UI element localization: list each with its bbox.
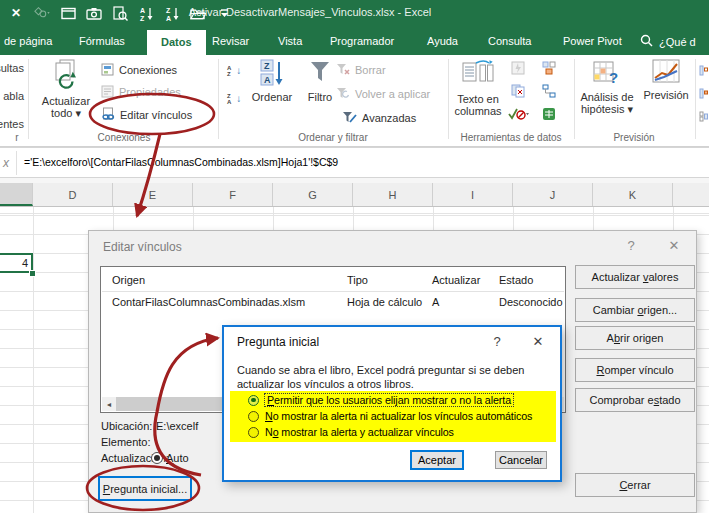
help-icon[interactable]: ? <box>622 238 640 253</box>
option-no-alert-update[interactable]: No mostrar la alerta y actualizar víncul… <box>248 426 454 438</box>
auto-update-radio[interactable] <box>151 452 163 464</box>
remove-duplicates-icon[interactable] <box>511 84 525 102</box>
tab-revisar[interactable]: Revisar <box>212 35 249 47</box>
check-status-button[interactable]: Comprobar estado <box>575 388 695 412</box>
close-icon[interactable]: ✕ <box>665 238 683 253</box>
filter-button[interactable]: Filtro <box>300 59 340 103</box>
consolidate-icon[interactable] <box>542 61 556 79</box>
tab-consulta[interactable]: Consulta <box>488 35 531 47</box>
clear-filter-button[interactable]: Borrar <box>336 62 386 78</box>
link-row-actualizar[interactable]: A <box>432 296 439 308</box>
edit-links-button[interactable]: Editar vínculos <box>101 107 192 123</box>
radio-icon[interactable] <box>248 411 259 422</box>
tab-power-pivot[interactable]: Power Pivot <box>563 35 622 47</box>
radio-icon[interactable] <box>248 427 259 438</box>
update-values-button[interactable]: Actualizar valores <box>575 265 695 289</box>
tab-diseno-de-pagina[interactable]: de página <box>4 35 52 47</box>
svg-text:?: ? <box>609 69 618 86</box>
column-header-selected[interactable] <box>0 183 33 206</box>
fill-handle[interactable] <box>29 270 36 277</box>
link-row-estado[interactable]: Desconocido <box>499 296 563 308</box>
refresh-all-label-2: todo ▾ <box>51 107 81 119</box>
prompt-body-line-2: actualizar los vínculos a otros libros. <box>237 378 414 390</box>
advanced-filter-button[interactable]: Avanzadas <box>342 110 416 126</box>
refresh-all-icon <box>36 59 96 93</box>
advanced-filter-label: Avanzadas <box>362 112 416 124</box>
column-header-i[interactable]: I <box>433 183 513 206</box>
item-label: Elemento: <box>101 436 151 448</box>
reapply-filter-button[interactable]: Volver a aplicar <box>336 86 430 102</box>
formula-input[interactable]: ='E:\excelforo\[ContarFilasColumnasCombi… <box>24 156 338 168</box>
help-icon[interactable]: ? <box>488 334 506 349</box>
filter-label: Filtro <box>308 91 332 103</box>
tab-formulas[interactable]: Fórmulas <box>79 35 125 47</box>
sort-za-button[interactable]: ZA↓ <box>227 91 241 107</box>
properties-icon <box>101 85 114 100</box>
tab-ayuda[interactable]: Ayuda <box>427 35 458 47</box>
prompt-body-line-1: Cuando se abra el libro, Excel podrá pre… <box>237 364 524 376</box>
startup-prompt-button[interactable]: Pregunta inicial... <box>98 476 192 501</box>
edit-links-label: Editar vínculos <box>120 109 192 121</box>
data-model-icon[interactable] <box>542 107 556 125</box>
column-header-h[interactable]: H <box>353 183 433 206</box>
data-validation-icon[interactable] <box>507 107 529 125</box>
outline-group-icon[interactable] <box>699 62 708 80</box>
tell-me-search[interactable]: ¿Qué d <box>640 34 696 49</box>
what-if-button[interactable]: ? Análisis de hipótesis ▾ <box>578 59 636 115</box>
print-preview-icon[interactable] <box>112 5 128 21</box>
break-link-button[interactable]: Romper vínculo <box>575 358 695 382</box>
column-header-k[interactable]: K <box>593 183 673 206</box>
clipped-group-label: r <box>10 132 24 143</box>
column-header-j[interactable]: J <box>513 183 593 206</box>
flash-fill-icon[interactable] <box>511 61 525 79</box>
outline-ungroup-icon[interactable] <box>699 85 708 103</box>
refresh-all-label-1: Actualizar <box>42 95 90 107</box>
link-row-tipo[interactable]: Hoja de cálculo <box>347 296 422 308</box>
sort-az-button[interactable]: AZ↓ <box>227 63 241 79</box>
option-no-alert-no-update[interactable]: No mostrar la alerta ni actualizar los v… <box>248 410 532 422</box>
sort-asc-icon[interactable]: AZ <box>138 5 154 21</box>
scroll-left-icon[interactable]: ◄ <box>102 397 116 411</box>
sort-label: Ordenar <box>252 91 292 103</box>
connections-button[interactable]: Conexiones <box>101 62 177 78</box>
formula-bar[interactable]: x ='E:\excelforo\[ContarFilasColumnasCom… <box>0 147 709 178</box>
column-header-g[interactable]: G <box>273 183 353 206</box>
sort-button[interactable]: Z A Ordenar <box>248 59 296 103</box>
window-title: Activar-DesactivarMensajes_Vinculos.xlsx… <box>180 6 440 18</box>
col-header-origen: Origen <box>112 274 145 286</box>
search-icon <box>640 34 653 49</box>
relationships-icon[interactable] <box>542 84 556 102</box>
ok-button[interactable]: Aceptar <box>410 450 464 470</box>
close-icon[interactable]: ✕ <box>8 5 24 21</box>
option-let-users-choose[interactable]: Permitir que los usuarios elijan mostrar… <box>248 394 513 406</box>
ribbon: sultas abla entes r Actualizar todo ▾ Co… <box>0 55 709 147</box>
column-header-f[interactable]: F <box>193 183 273 206</box>
edit-links-title: Editar vínculos <box>103 240 182 254</box>
tab-vista[interactable]: Vista <box>278 35 302 47</box>
open-source-button[interactable]: Abrir origen <box>575 326 695 350</box>
sort-desc-icon[interactable]: ZA <box>164 5 180 21</box>
tab-datos[interactable]: Datos <box>147 30 206 55</box>
group-label-ordenar-y-filtrar: Ordenar y filtrar <box>253 132 413 143</box>
column-header-e[interactable]: E <box>113 183 193 206</box>
close-icon[interactable]: ✕ <box>529 334 547 349</box>
column-header-d[interactable]: D <box>33 183 113 206</box>
radio-selected-icon[interactable] <box>248 395 259 406</box>
text-to-columns-button[interactable]: Texto en columnas <box>452 59 504 117</box>
link-row-origen[interactable]: ContarFilasColumnasCombinadas.xlsm <box>112 296 305 308</box>
outline-subtotal-icon[interactable] <box>699 108 708 126</box>
svg-text:Z: Z <box>166 7 171 14</box>
close-dialog-button[interactable]: Cerrar <box>575 473 695 497</box>
column-header-partial[interactable] <box>673 183 709 206</box>
tab-programador[interactable]: Programador <box>330 35 394 47</box>
camera-icon[interactable] <box>86 5 102 21</box>
edit-links-title-bar[interactable]: Editar vínculos ? ✕ <box>89 231 696 261</box>
new-window-icon[interactable] <box>60 5 76 21</box>
cancel-button[interactable]: Cancelar <box>495 451 547 469</box>
shapes-icon[interactable] <box>34 5 50 21</box>
forecast-sheet-button[interactable]: Previsión <box>640 59 692 101</box>
change-source-button[interactable]: Cambiar origen... <box>575 298 695 322</box>
refresh-all-button[interactable]: Actualizar todo ▾ <box>36 59 96 119</box>
properties-button[interactable]: Propiedades <box>101 84 181 100</box>
edit-links-icon <box>101 107 115 123</box>
